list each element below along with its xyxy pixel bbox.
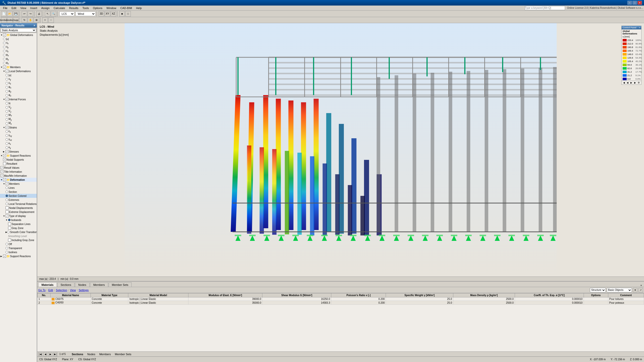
- nav-checkbox-extreme-displ[interactable]: [6, 210, 9, 213]
- nav-My[interactable]: My: [0, 117, 37, 121]
- nav-nodal-supports[interactable]: Nodal Supports: [0, 158, 37, 162]
- members-tab-label[interactable]: Members: [99, 353, 111, 356]
- radio-kappa-y[interactable]: [6, 146, 8, 149]
- nav-checkbox-nodal-sup[interactable]: [3, 158, 6, 161]
- nav-strains[interactable]: ▼ Strains: [0, 125, 37, 129]
- open-btn[interactable]: 📂: [7, 11, 13, 17]
- wind-select[interactable]: Wind: [75, 12, 96, 16]
- maximize-button[interactable]: □: [632, 1, 637, 5]
- viewport[interactable]: LC5 - Wind Static Analysis Displacements…: [37, 23, 644, 281]
- menu-options[interactable]: Options: [91, 6, 104, 10]
- nav-uz-local[interactable]: uz: [0, 81, 37, 85]
- new-btn[interactable]: 📄: [1, 11, 7, 17]
- menu-window[interactable]: Window: [104, 6, 118, 10]
- menu-cad-bim[interactable]: CAD-BIM: [118, 6, 134, 10]
- tab-members[interactable]: Members: [90, 282, 108, 287]
- close-button[interactable]: ×: [637, 1, 642, 5]
- control-panel-close[interactable]: ×: [639, 26, 640, 29]
- selection-label[interactable]: Selection: [56, 289, 67, 292]
- nav-u-abs[interactable]: |u|: [0, 37, 37, 41]
- nav-phiz-local[interactable]: φz: [0, 93, 37, 97]
- select-btn[interactable]: ↖: [45, 11, 50, 17]
- nav-kappa-y[interactable]: κy: [0, 146, 37, 150]
- nav-stresses[interactable]: ▶ Stresses: [0, 150, 37, 154]
- nav-checkbox-support-react[interactable]: [3, 154, 6, 157]
- pan-btn[interactable]: ✋: [28, 17, 33, 23]
- nav-eps-x[interactable]: εx: [0, 129, 37, 133]
- radio-section[interactable]: [6, 191, 8, 193]
- sections-tab-label[interactable]: Sections: [72, 353, 83, 356]
- tab-sections[interactable]: Sections: [57, 282, 74, 287]
- structure-dropdown[interactable]: Structure: [590, 288, 606, 292]
- view-xy-btn[interactable]: XY: [105, 11, 110, 17]
- nav-checkbox-sep-lines[interactable]: [8, 222, 11, 225]
- nav-Vz[interactable]: Vz: [0, 109, 37, 113]
- supports-btn[interactable]: Supp: [13, 17, 19, 23]
- radio-gamma-xy[interactable]: [6, 134, 8, 137]
- pager-first[interactable]: |◀: [38, 352, 42, 356]
- radio-phiz[interactable]: [3, 62, 6, 64]
- zoom-btn[interactable]: 🔍: [51, 11, 56, 17]
- table-row[interactable]: 2 C40/50 Concrete Isotropic | Linear Ela…: [37, 301, 644, 304]
- radio-phiy-local[interactable]: [6, 90, 8, 93]
- nav-phix-local[interactable]: φx: [0, 85, 37, 89]
- radio-smooth-color[interactable]: [7, 231, 10, 233]
- nav-members-group[interactable]: ▼ 📁 Members: [0, 65, 37, 69]
- nav-checkbox-nodal-displ[interactable]: [6, 206, 9, 209]
- nav-checkbox-local-def[interactable]: [6, 70, 9, 73]
- radio-phix-local[interactable]: [6, 86, 8, 88]
- nav-gray-zone[interactable]: Gray Zone: [0, 226, 37, 230]
- nav-checkbox-members[interactable]: [3, 66, 6, 69]
- table-row[interactable]: 1 C60/75 Concrete Isotropic | Linear Ela…: [37, 297, 644, 301]
- view-xz-btn[interactable]: XZ: [111, 11, 116, 17]
- menu-tools[interactable]: Tools: [80, 6, 91, 10]
- nav-phiy-local[interactable]: φy: [0, 89, 37, 93]
- panel-close-icon[interactable]: ×: [640, 284, 642, 287]
- pager-prev[interactable]: ◀: [43, 352, 47, 356]
- radio-isobands[interactable]: [8, 219, 11, 221]
- add-btn[interactable]: +: [42, 17, 48, 23]
- menu-calculate[interactable]: Calculate: [52, 6, 67, 10]
- nav-checkbox-result-values[interactable]: [1, 166, 4, 169]
- nav-extreme-displ[interactable]: Extreme Displacement: [0, 210, 37, 214]
- radio-phiz-local[interactable]: [6, 94, 8, 97]
- nav-u-local[interactable]: |u|: [0, 73, 37, 77]
- settings-label[interactable]: Settings: [78, 289, 89, 292]
- nav-ux[interactable]: ux: [0, 41, 37, 45]
- nav-phix[interactable]: φx: [0, 53, 37, 57]
- radio-u-local[interactable]: [6, 74, 8, 76]
- nav-checkbox-deform-members[interactable]: [6, 182, 9, 185]
- radio-u-abs[interactable]: [3, 38, 6, 40]
- search-input[interactable]: [525, 6, 565, 10]
- nav-nodal-displ[interactable]: Nodal Displacements: [0, 206, 37, 210]
- radio-extremes[interactable]: [6, 199, 8, 201]
- menu-help[interactable]: Help: [134, 6, 144, 10]
- nav-deformation-group[interactable]: ▼ 📁 Deformation: [0, 178, 37, 182]
- radio-local-torsional[interactable]: [6, 203, 8, 205]
- nav-including-gray-zone[interactable]: Including Gray Zone: [0, 238, 37, 242]
- radio-eps-x[interactable]: [6, 130, 8, 133]
- nav-title-info[interactable]: Title Information: [0, 170, 37, 174]
- nav-result-values[interactable]: Result Values: [0, 166, 37, 170]
- radio-phiy[interactable]: [3, 58, 6, 60]
- fit-btn[interactable]: ⊞: [34, 17, 39, 23]
- nodes-btn[interactable]: Nodes: [7, 17, 13, 23]
- edit-label[interactable]: Edit: [48, 289, 53, 292]
- nav-checkbox-stresses[interactable]: [6, 150, 9, 153]
- nav-off[interactable]: Off: [0, 242, 37, 246]
- view-label[interactable]: View: [70, 289, 76, 292]
- nav-support-reactions[interactable]: ▼ 📁 Support Reactions: [0, 154, 37, 158]
- nodes-tab-label[interactable]: Nodes: [87, 353, 95, 356]
- export-btn[interactable]: ↗: [638, 288, 643, 292]
- nav-deform-members[interactable]: ▼ Members: [0, 182, 37, 186]
- nav-uz[interactable]: uz: [0, 49, 37, 53]
- nav-checkbox-int-forces[interactable]: [6, 98, 9, 101]
- menu-view[interactable]: View: [18, 6, 28, 10]
- radio-kappa-x[interactable]: [6, 142, 8, 145]
- lc-select[interactable]: LC5: [59, 12, 74, 16]
- filter-btn[interactable]: ▼: [633, 288, 637, 292]
- nav-lines[interactable]: Lines: [0, 186, 37, 190]
- nav-transparent[interactable]: Transparent: [0, 246, 37, 250]
- nav-checkbox-type-display[interactable]: [6, 214, 9, 217]
- legend-btn-2[interactable]: ◀: [627, 81, 628, 84]
